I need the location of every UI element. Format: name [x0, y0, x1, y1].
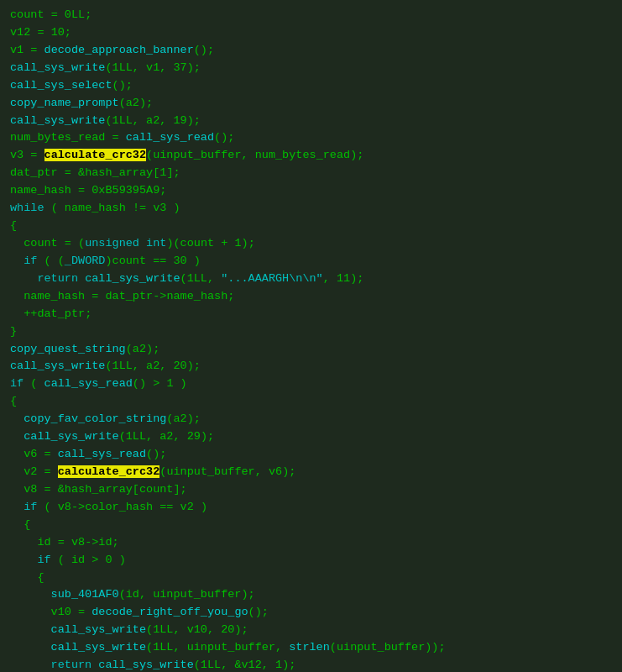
code-line: {: [10, 570, 612, 587]
code-line: count = 0LL;: [10, 7, 612, 24]
code-line: call_sys_write(1LL, a2, 20);: [10, 358, 612, 375]
code-line: ++dat_ptr;: [10, 306, 612, 323]
code-line: id = v8->id;: [10, 534, 612, 552]
code-line: }: [10, 323, 612, 341]
code-line: call_sys_write(1LL, uinput_buffer, strle…: [10, 639, 612, 657]
code-line: name_hash = dat_ptr->name_hash;: [10, 288, 612, 306]
code-line: call_sys_write(1LL, v10, 20);: [10, 622, 612, 639]
code-line: if ( id > 0 ): [10, 552, 612, 570]
code-line: v2 = calculate_crc32(uinput_buffer, v6);: [10, 464, 612, 481]
code-line: v6 = call_sys_read();: [10, 446, 612, 464]
code-line: sub_401AF0(id, uinput_buffer);: [10, 586, 612, 604]
code-line: call_sys_write(1LL, a2, 29);: [10, 428, 612, 446]
code-line: copy_name_prompt(a2);: [10, 95, 612, 113]
code-line: dat_ptr = &hash_array[1];: [10, 165, 612, 182]
code-line: v10 = decode_right_off_you_go();: [10, 604, 612, 622]
code-line: {: [10, 393, 612, 411]
code-line: num_bytes_read = call_sys_read();: [10, 129, 612, 147]
code-line: {: [10, 218, 612, 235]
code-line: name_hash = 0xB59395A9;: [10, 182, 612, 200]
code-line: v8 = &hash_array[count];: [10, 481, 612, 499]
code-line: copy_fav_color_string(a2);: [10, 411, 612, 428]
code-line: return call_sys_write(1LL, "...AAARGH\n\…: [10, 270, 612, 288]
code-viewer: count = 0LL; v12 = 10; v1 = decode_appro…: [0, 0, 622, 672]
code-line: v12 = 10;: [10, 24, 612, 42]
code-line: call_sys_select();: [10, 77, 612, 95]
code-line: v3 = calculate_crc32(uinput_buffer, num_…: [10, 147, 612, 165]
code-line: copy_quest_string(a2);: [10, 341, 612, 359]
code-line: if ( call_sys_read() > 1 ): [10, 375, 612, 393]
code-line: if ( (_DWORD)count == 30 ): [10, 253, 612, 270]
code-line: count = (unsigned int)(count + 1);: [10, 235, 612, 253]
code-line: v1 = decode_approach_banner();: [10, 42, 612, 60]
code-line: call_sys_write(1LL, a2, 19);: [10, 113, 612, 130]
code-line: call_sys_write(1LL, v1, 37);: [10, 60, 612, 77]
code-line: return call_sys_write(1LL, &v12, 1);: [10, 657, 612, 672]
code-line: {: [10, 517, 612, 534]
code-line: if ( v8->color_hash == v2 ): [10, 499, 612, 517]
code-line: while ( name_hash != v3 ): [10, 200, 612, 218]
